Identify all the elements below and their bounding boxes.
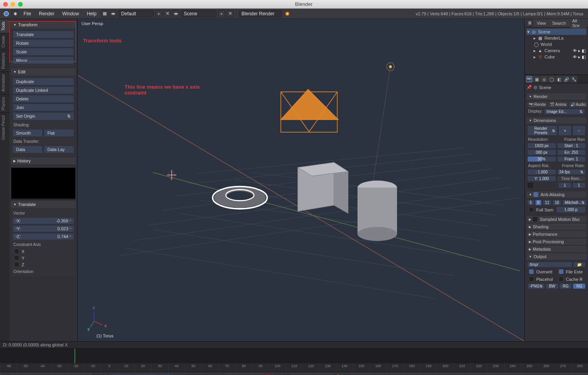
timeline-cursor[interactable]: [74, 349, 75, 363]
outliner-item-renderlayers[interactable]: ▸ ▦ RenderLa: [526, 35, 586, 41]
output-path-field[interactable]: /tmp/: [527, 262, 572, 268]
traffic-zoom[interactable]: [18, 2, 23, 7]
overwrite-checkbox[interactable]: Overwrit: [527, 268, 556, 275]
res-percent-field[interactable]: 50%: [527, 156, 556, 162]
cache-result-checkbox[interactable]: Cache R: [557, 276, 586, 282]
translate-x-field[interactable]: X:-0.359: [13, 217, 74, 224]
section-render-header[interactable]: Render: [526, 93, 586, 100]
duplicate-button[interactable]: Duplicate: [13, 78, 74, 86]
pin-icon[interactable]: 📌: [526, 85, 532, 90]
prop-tab-object[interactable]: ◧: [555, 76, 563, 83]
play-reverse-button[interactable]: ◀: [191, 374, 198, 375]
operator-translate-header[interactable]: Translate: [11, 201, 76, 208]
prop-tab-scene[interactable]: ◎: [541, 76, 548, 83]
scene-dropdown[interactable]: Scene: [181, 10, 216, 17]
output-browse-button[interactable]: 📁: [573, 262, 586, 268]
outliner-item-world[interactable]: ◯ World: [526, 41, 586, 47]
outliner-item-cube[interactable]: ▸ ▽ Cube 👁▸◧: [526, 54, 586, 60]
constraint-z-checkbox[interactable]: Z: [13, 261, 74, 268]
frame-start-field[interactable]: Start:1: [111, 374, 132, 375]
vtab-physics[interactable]: Physics: [0, 94, 9, 113]
shade-smooth-button[interactable]: Smooth: [13, 129, 43, 137]
aa-filter-dropdown[interactable]: Mitchell-..⇅: [562, 200, 587, 206]
keyframe-next-button[interactable]: ⏩: [208, 374, 216, 375]
outliner-editor-icon[interactable]: ≣: [526, 20, 533, 27]
outliner-view-menu[interactable]: View: [534, 20, 548, 26]
prop-tab-renderlayers[interactable]: ▦: [533, 76, 540, 83]
autokey-mode-icon[interactable]: ◆: [274, 374, 281, 375]
render-animation-button[interactable]: 🎬Anima: [548, 102, 568, 107]
join-button[interactable]: Join: [13, 104, 74, 111]
aa-samples-11[interactable]: 11: [543, 200, 552, 206]
editor-type-dropdown[interactable]: ◆: [12, 10, 19, 17]
section-motion-blur-header[interactable]: Sampled Motion Blur: [526, 216, 586, 222]
back-to-previous-icon[interactable]: ▦: [101, 10, 108, 17]
constraint-y-checkbox[interactable]: Y: [13, 255, 74, 261]
section-antialiasing-header[interactable]: Anti-Aliasing: [526, 191, 586, 198]
vtab-relations[interactable]: Relations: [0, 50, 9, 71]
translate-z-field[interactable]: Z:0.744: [13, 233, 74, 240]
full-sample-checkbox[interactable]: Full Sam: [527, 206, 555, 213]
panel-history-header[interactable]: History: [11, 157, 76, 164]
eye-icon[interactable]: 👁: [573, 48, 577, 53]
preset-add-button[interactable]: +: [558, 126, 572, 136]
jump-end-button[interactable]: ⏭: [216, 374, 224, 375]
screen-layout-dropdown[interactable]: Default: [118, 10, 154, 17]
prop-tab-constraints[interactable]: 🔗: [563, 76, 570, 83]
render-image-button[interactable]: 📷Rende: [527, 102, 547, 107]
color-bw-button[interactable]: BW: [546, 283, 559, 289]
aa-samples-8[interactable]: 8: [535, 200, 542, 206]
aa-samples-5[interactable]: 5: [527, 200, 534, 206]
range-icon[interactable]: ⟳: [93, 374, 100, 375]
outliner-item-camera[interactable]: ▸ ▲ Camera 👁▸◧: [526, 47, 586, 54]
prop-tab-world[interactable]: ◯: [548, 76, 555, 83]
section-performance-header[interactable]: Performance: [526, 231, 586, 237]
timeline[interactable]: -80-50-40-30-20-100102030405060708090100…: [0, 348, 588, 372]
motion-blur-checkbox[interactable]: [533, 217, 537, 222]
delete-keyframe-button[interactable]: ⌫: [343, 374, 350, 375]
frame-end-field[interactable]: End:250: [134, 374, 158, 375]
add-screen-button[interactable]: +: [155, 10, 162, 17]
vtab-animation[interactable]: Animation: [0, 71, 9, 94]
jump-start-button[interactable]: ⏮: [173, 374, 181, 375]
delete-scene-button[interactable]: ✕: [227, 10, 234, 17]
time-remap-old-field[interactable]: 1: [558, 182, 572, 188]
scene-browse-icon[interactable]: ◂▸: [172, 10, 180, 17]
outliner-filter-dropdown[interactable]: All Sce: [570, 19, 586, 29]
render-icon[interactable]: ◧: [582, 48, 586, 53]
section-metadata-header[interactable]: Metadata: [526, 246, 586, 252]
data-transfer-button[interactable]: Data: [13, 146, 43, 153]
cursor-icon[interactable]: ▸: [578, 48, 581, 53]
eye-icon[interactable]: 👁: [573, 55, 577, 60]
outliner[interactable]: ▾ ◎ Scene ▸ ▦ RenderLa ◯ World ▸ ▲ Camer…: [525, 27, 588, 75]
aa-enable-checkbox[interactable]: [534, 192, 538, 197]
panel-edit-header[interactable]: Edit: [11, 68, 76, 75]
outliner-item-scene[interactable]: ▾ ◎ Scene: [526, 29, 586, 35]
menu-window[interactable]: Window: [59, 10, 82, 18]
res-x-field[interactable]: 1920 px: [527, 143, 556, 149]
aa-filter-size-field[interactable]: 1.000 p: [556, 206, 586, 213]
display-dropdown[interactable]: Image Ed...⇅: [544, 109, 585, 115]
outliner-search-menu[interactable]: Search: [550, 20, 568, 26]
panel-transform-header[interactable]: Transform: [11, 21, 76, 28]
vtab-create[interactable]: Create: [0, 33, 9, 50]
fps-dropdown[interactable]: 24 fps⇅: [557, 169, 586, 175]
render-presets-dropdown[interactable]: Render Presets⇅: [527, 126, 557, 136]
time-remap-new-field[interactable]: 1: [572, 182, 586, 188]
translate-y-field[interactable]: Y:0.023: [13, 225, 74, 232]
constraint-x-checkbox[interactable]: X: [13, 248, 74, 255]
render-audio-button[interactable]: 🔊Audio: [569, 102, 588, 107]
placeholders-checkbox[interactable]: Placehol: [527, 276, 556, 282]
duplicate-linked-button[interactable]: Duplicate Linked: [13, 86, 74, 94]
data-layout-button[interactable]: Data Lay: [44, 146, 74, 153]
file-extensions-checkbox[interactable]: File Exte: [557, 268, 586, 275]
delete-button[interactable]: Delete: [13, 95, 74, 103]
res-y-field[interactable]: 080 px: [527, 149, 556, 155]
3d-viewport[interactable]: x y z User Persp (1) Torus Transform too…: [78, 19, 524, 341]
section-output-header[interactable]: Output: [526, 253, 586, 260]
section-postprocessing-header[interactable]: Post Processing: [526, 238, 586, 245]
mirror-button[interactable]: Mirror: [13, 56, 74, 64]
frame-step-field[interactable]: Fram: 1: [557, 156, 586, 162]
border-checkbox[interactable]: [527, 182, 534, 188]
render-engine-dropdown[interactable]: Blender Render: [239, 10, 282, 17]
